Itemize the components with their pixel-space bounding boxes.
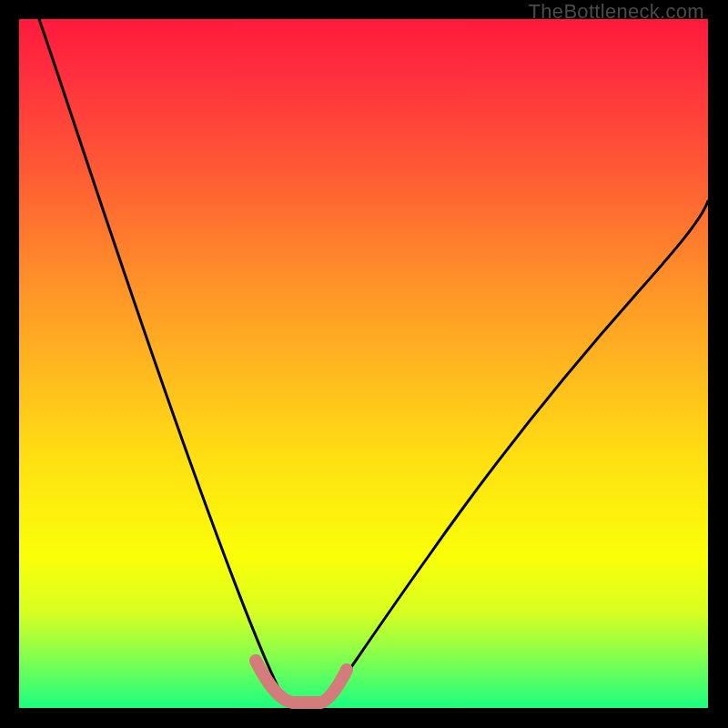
curve-right bbox=[329, 201, 708, 700]
chart-curves-svg bbox=[19, 19, 708, 708]
chart-frame: TheBottleneck.com bbox=[0, 0, 728, 728]
curve-left bbox=[39, 19, 288, 700]
watermark-text: TheBottleneck.com bbox=[529, 0, 704, 24]
